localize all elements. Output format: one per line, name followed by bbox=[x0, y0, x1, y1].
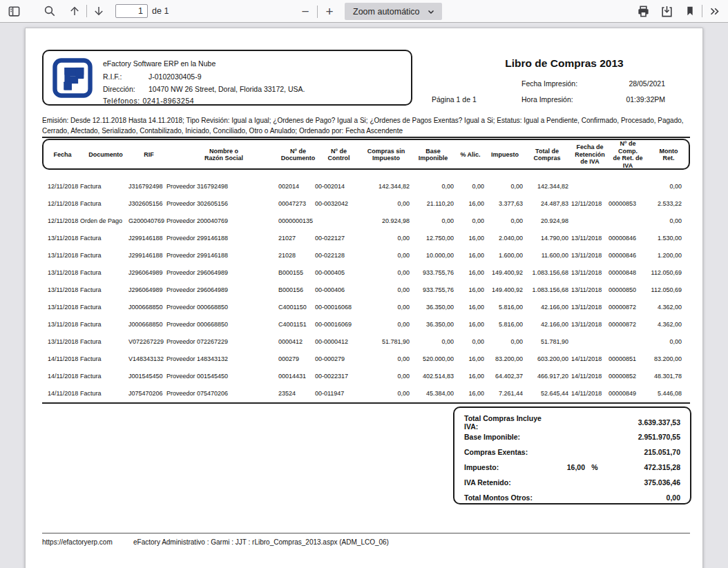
cell-impuesto: 5.816,00 bbox=[484, 304, 523, 311]
cell-alicuota: 16,00 bbox=[454, 235, 484, 242]
cell-total-compras: 24.487,83 bbox=[523, 200, 568, 207]
footer-path: eFactory Administrativo : Garmi : JJT : … bbox=[133, 538, 389, 546]
save-button[interactable] bbox=[657, 2, 676, 20]
totals-value: 0,00 bbox=[604, 493, 680, 502]
cell-total-compras: 142.344,82 bbox=[523, 183, 568, 190]
search-icon bbox=[44, 5, 56, 17]
cell-rif: J302605156 bbox=[128, 200, 166, 207]
cell-alicuota: 0,00 bbox=[454, 217, 484, 224]
cell-nombre: Proveedor 072267229 bbox=[166, 338, 278, 345]
cell-nombre: Proveedor 000668850 bbox=[166, 321, 278, 328]
cell-base-imponible: 402.514,83 bbox=[410, 373, 454, 380]
totals-value: 215.051,70 bbox=[604, 448, 680, 456]
table-row: 14/11/2018 Factura J075470206 Proveedor … bbox=[42, 384, 690, 402]
divider-line bbox=[42, 137, 690, 138]
divider-line bbox=[42, 402, 690, 404]
cell-alicuota: 16,00 bbox=[454, 252, 484, 259]
print-time-label: Hora Impresión: bbox=[521, 95, 573, 104]
cell-num-documento: 0000412 bbox=[278, 338, 315, 345]
cell-compras-sin-impuesto: 0,00 bbox=[360, 373, 410, 380]
cell-nombre: Proveedor 075470206 bbox=[166, 390, 278, 397]
toolbar-separator bbox=[317, 6, 318, 18]
cell-nombre: Proveedor 148343132 bbox=[166, 355, 278, 362]
cell-total-compras: 466.917,20 bbox=[523, 373, 568, 380]
cell-num-control: 00-022128 bbox=[315, 252, 360, 259]
cell-documento: Factura bbox=[80, 286, 128, 293]
cell-num-control: 00-0022317 bbox=[315, 373, 360, 380]
cell-num-control: 00-000406 bbox=[315, 286, 360, 293]
column-header: Nombre o Razón Social bbox=[168, 148, 280, 162]
cell-rif: J296064989 bbox=[128, 269, 166, 276]
cell-monto-retenido: 112.050,69 bbox=[644, 286, 690, 293]
totals-value: 472.315,28 bbox=[604, 463, 680, 471]
totals-label: Base Imponible: bbox=[464, 433, 549, 441]
cell-monto-retenido: 0,00 bbox=[644, 183, 690, 190]
totals-row: Total Compras Incluye IVA: 3.639.337,53 bbox=[464, 414, 680, 429]
cell-fecha: 14/11/2018 bbox=[42, 355, 80, 362]
cell-base-imponible: 21.110,20 bbox=[410, 200, 454, 207]
cell-rif: J001545450 bbox=[128, 373, 166, 380]
cell-num-control: 00-011947 bbox=[315, 390, 360, 397]
cell-alicuota: 16,00 bbox=[454, 373, 484, 380]
cell-impuesto: 5.816,00 bbox=[484, 321, 523, 328]
toolbar-separator bbox=[86, 5, 87, 17]
page-footer: https://efactoryerp.com eFactory Adminis… bbox=[42, 538, 690, 546]
column-header: % Alic. bbox=[455, 151, 486, 159]
cell-num-control: 00-002014 bbox=[315, 183, 360, 190]
cell-documento: Orden de Pago bbox=[80, 217, 128, 224]
cell-fecha-retencion: 13/11/2018 bbox=[568, 286, 609, 293]
cell-num-comprobante: 00000848 bbox=[609, 269, 644, 276]
cell-fecha: 13/11/2018 bbox=[42, 286, 80, 293]
printer-icon bbox=[637, 5, 650, 18]
zoom-controls: − + Zoom automático bbox=[296, 0, 442, 23]
cell-fecha: 13/11/2018 bbox=[42, 252, 80, 259]
totals-label: Compras Exentas: bbox=[464, 448, 549, 456]
cell-base-imponible: 45.384,00 bbox=[410, 390, 454, 397]
cell-documento: Factura bbox=[80, 200, 128, 207]
cell-fecha: 14/11/2018 bbox=[42, 390, 80, 397]
cell-compras-sin-impuesto: 0,00 bbox=[360, 286, 410, 293]
cell-rif: J299146188 bbox=[128, 252, 166, 259]
zoom-select-dropdown[interactable]: Zoom automático bbox=[345, 3, 442, 20]
cell-compras-sin-impuesto: 20.924,98 bbox=[360, 217, 410, 224]
cell-impuesto: 7.261,44 bbox=[484, 390, 523, 397]
column-header: Documento bbox=[82, 151, 130, 159]
cell-alicuota: 16,00 bbox=[454, 304, 484, 311]
table-row: 13/11/2018 Factura J296064989 Proveedor … bbox=[42, 264, 690, 281]
cell-base-imponible: 0,00 bbox=[410, 338, 454, 345]
column-header: Base Imponible bbox=[411, 148, 455, 162]
sidebar-toggle-button[interactable] bbox=[4, 2, 23, 20]
toolbar-separator bbox=[702, 5, 702, 17]
cell-impuesto: 2.040,00 bbox=[484, 235, 523, 242]
page-number-input[interactable] bbox=[115, 4, 148, 18]
totals-percent-sign: % bbox=[585, 463, 604, 471]
cell-nombre: Proveedor 200040769 bbox=[166, 217, 278, 224]
cell-fecha: 12/11/2018 bbox=[42, 217, 80, 224]
efactory-logo bbox=[52, 58, 93, 98]
find-button[interactable] bbox=[40, 2, 59, 20]
cell-monto-retenido: 0,00 bbox=[644, 338, 690, 345]
table-row: 12/11/2018 Orden de Pago G200040769 Prov… bbox=[42, 212, 690, 229]
cell-num-documento: 00014431 bbox=[278, 373, 315, 380]
report-title: Libro de Compras 2013 bbox=[440, 57, 689, 70]
column-header: Fecha de Retención de IVA bbox=[570, 144, 610, 166]
cell-rif: J299146188 bbox=[128, 235, 166, 242]
cell-compras-sin-impuesto: 0,00 bbox=[360, 252, 410, 259]
cell-total-compras: 11.600,00 bbox=[523, 252, 568, 259]
tools-expand-button[interactable] bbox=[705, 2, 724, 20]
cell-compras-sin-impuesto: 0,00 bbox=[360, 321, 410, 328]
rif-value: J-0102030405-9 bbox=[149, 72, 201, 81]
cell-impuesto: 0,00 bbox=[484, 338, 523, 345]
print-button[interactable] bbox=[633, 2, 653, 20]
cell-num-documento: B000155 bbox=[278, 269, 315, 276]
zoom-out-button[interactable]: − bbox=[296, 3, 315, 21]
next-page-button[interactable] bbox=[89, 2, 108, 20]
previous-page-button[interactable] bbox=[65, 2, 84, 20]
column-header: Compras sin Impuesto bbox=[361, 148, 411, 162]
cell-impuesto: 149.400,92 bbox=[484, 269, 523, 276]
current-view-button[interactable] bbox=[680, 2, 700, 20]
table-row: 13/11/2018 Factura J000668850 Proveedor … bbox=[42, 298, 690, 315]
totals-label: Impuesto: bbox=[464, 463, 549, 471]
cell-documento: Factura bbox=[80, 252, 128, 259]
zoom-in-button[interactable]: + bbox=[320, 3, 339, 21]
